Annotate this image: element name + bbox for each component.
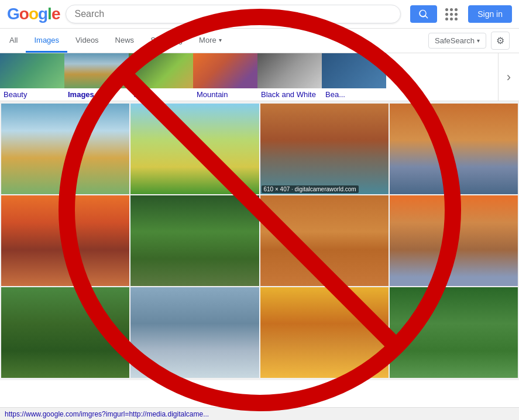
- chevron-down-icon: ▾: [477, 37, 480, 44]
- nav-item-videos[interactable]: Videos: [67, 29, 107, 53]
- category-images-label: Images: [64, 88, 129, 101]
- apps-icon[interactable]: [443, 6, 460, 23]
- nav-bar: All Images Videos News Shopping More ▾ S…: [0, 29, 519, 53]
- image-row-1: 610 × 407 · digitalcameraworld.com: [1, 104, 518, 194]
- category-beauty-label: Beauty: [0, 88, 64, 101]
- category-bea[interactable]: Bea...: [322, 53, 386, 101]
- status-url: https://www.google.com/imgres?imgurl=htt…: [5, 410, 209, 418]
- search-button-wrap: [410, 5, 437, 23]
- sign-in-button[interactable]: Sign in: [468, 5, 512, 23]
- category-strip: Beauty Images Trees Mountain Black and W…: [0, 53, 519, 101]
- category-beauty[interactable]: Beauty: [0, 53, 64, 101]
- image-r2c4[interactable]: [390, 195, 518, 286]
- category-mountain[interactable]: Mountain: [193, 53, 257, 101]
- image-row-2: [1, 195, 518, 286]
- category-next-button[interactable]: ›: [498, 53, 519, 101]
- image-r3c4[interactable]: [390, 287, 518, 378]
- nav-right: SafeSearch ▾ ⚙: [428, 32, 510, 50]
- image-r3c2[interactable]: [130, 287, 259, 378]
- image-r2c2[interactable]: [130, 195, 259, 286]
- nav-item-news[interactable]: News: [107, 29, 143, 53]
- category-list: Beauty Images Trees Mountain Black and W…: [0, 53, 498, 101]
- image-r1c4[interactable]: [390, 104, 518, 194]
- chevron-down-icon: ▾: [219, 37, 222, 43]
- category-trees-label: Trees: [129, 88, 193, 101]
- bottom-bar: https://www.google.com/imgres?imgurl=htt…: [0, 407, 519, 420]
- search-input[interactable]: landscape photography: [74, 9, 392, 19]
- google-logo: Google: [7, 5, 60, 23]
- nav-item-shopping[interactable]: Shopping: [142, 29, 191, 53]
- image-r3c3[interactable]: [260, 287, 389, 378]
- header: Google landscape photography Sign in: [0, 0, 519, 29]
- header-right: Sign in: [443, 5, 512, 23]
- nav-item-more[interactable]: More ▾: [191, 29, 230, 53]
- chevron-right-icon: ›: [507, 70, 511, 85]
- category-images[interactable]: Images: [64, 53, 129, 101]
- image-r1c2[interactable]: [130, 104, 259, 194]
- category-trees[interactable]: Trees: [129, 53, 193, 101]
- nav-item-all[interactable]: All: [9, 29, 26, 53]
- image-r2c1[interactable]: [1, 195, 129, 286]
- category-mountain-label: Mountain: [193, 88, 257, 101]
- category-bw-label: Black and White: [257, 88, 322, 101]
- image-r1c1[interactable]: [1, 104, 129, 194]
- gear-icon: ⚙: [496, 35, 504, 46]
- image-row-3: [1, 287, 518, 378]
- settings-button[interactable]: ⚙: [491, 32, 510, 50]
- category-bea-label: Bea...: [322, 88, 386, 101]
- image-grid: 610 × 407 · digitalcameraworld.com: [0, 101, 519, 380]
- image-overlay: 610 × 407 · digitalcameraworld.com: [262, 185, 359, 193]
- search-box: landscape photography: [66, 5, 401, 23]
- image-r1c3[interactable]: 610 × 407 · digitalcameraworld.com: [260, 104, 389, 194]
- nav-item-images[interactable]: Images: [26, 29, 67, 53]
- search-button[interactable]: [410, 5, 437, 23]
- category-bw[interactable]: Black and White: [257, 53, 322, 101]
- safe-search-button[interactable]: SafeSearch ▾: [428, 33, 486, 49]
- image-r2c3[interactable]: [260, 195, 389, 286]
- image-r3c1[interactable]: [1, 287, 129, 378]
